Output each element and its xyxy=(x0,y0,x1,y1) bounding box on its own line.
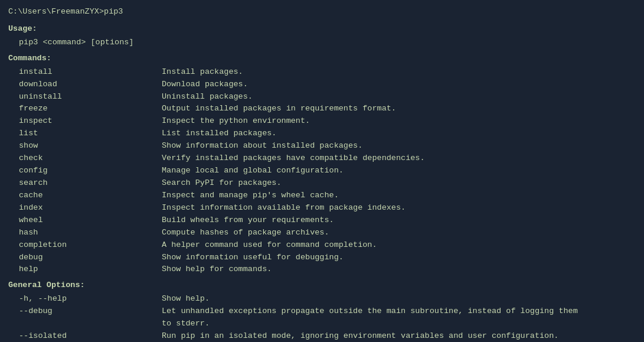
command-desc: Download packages. xyxy=(162,79,636,91)
table-row: showShow information about installed pac… xyxy=(8,140,636,152)
table-row: debugShow information useful for debuggi… xyxy=(8,252,636,264)
table-row: checkVerify installed packages have comp… xyxy=(8,152,636,165)
table-row: helpShow help for commands. xyxy=(8,263,636,276)
option-desc: Show help. xyxy=(162,293,636,305)
command-desc: Show help for commands. xyxy=(162,263,636,276)
option-desc: Let unhandled exceptions propagate outsi… xyxy=(162,305,636,318)
usage-header: Usage: xyxy=(8,23,636,35)
command-desc: Install packages. xyxy=(162,66,636,79)
command-name: freeze xyxy=(8,103,162,115)
table-row: cacheInspect and manage pip's wheel cach… xyxy=(8,190,636,202)
table-row: searchSearch PyPI for packages. xyxy=(8,177,636,190)
command-desc: Build wheels from your requirements. xyxy=(162,214,636,227)
table-row: indexInspect information available from … xyxy=(8,202,636,214)
list-item: -h, --helpShow help. xyxy=(8,293,636,305)
command-desc: Verify installed packages have compatibl… xyxy=(162,152,636,165)
options-list: -h, --helpShow help.--debugLet unhandled… xyxy=(8,293,636,342)
prompt-line: C:\Users\FreemanZYX>pip3 xyxy=(8,6,636,18)
command-desc: Output installed packages in requirement… xyxy=(162,103,636,115)
usage-command: pip3 <command> [options] xyxy=(8,37,636,49)
command-desc: A helper command used for command comple… xyxy=(162,239,636,252)
table-row: downloadDownload packages. xyxy=(8,79,636,91)
option-name: --debug xyxy=(8,305,162,318)
command-desc: Inspect the python environment. xyxy=(162,115,636,128)
command-name: hash xyxy=(8,227,162,239)
command-name: download xyxy=(8,79,162,91)
command-name: help xyxy=(8,263,162,276)
table-row: hashCompute hashes of package archives. xyxy=(8,227,636,239)
command-name: uninstall xyxy=(8,91,162,103)
table-row: configManage local and global configurat… xyxy=(8,165,636,177)
command-name: cache xyxy=(8,190,162,202)
command-name: completion xyxy=(8,239,162,252)
command-desc: Manage local and global configuration. xyxy=(162,165,636,177)
command-name: check xyxy=(8,152,162,165)
command-name: list xyxy=(8,128,162,140)
option-desc-continuation: to stderr. xyxy=(8,318,636,330)
command-desc: Search PyPI for packages. xyxy=(162,177,636,190)
list-item: --debugLet unhandled exceptions propagat… xyxy=(8,305,636,318)
command-desc: Show information about installed package… xyxy=(162,140,636,152)
table-row: uninstallUninstall packages. xyxy=(8,91,636,103)
command-name: wheel xyxy=(8,214,162,227)
command-name: install xyxy=(8,66,162,79)
command-name: search xyxy=(8,177,162,190)
table-row: freezeOutput installed packages in requi… xyxy=(8,103,636,115)
command-name: config xyxy=(8,165,162,177)
command-name: index xyxy=(8,202,162,214)
terminal-window: C:\Users\FreemanZYX>pip3 Usage: pip3 <co… xyxy=(8,6,636,342)
command-desc: List installed packages. xyxy=(162,128,636,140)
command-desc: Show information useful for debugging. xyxy=(162,252,636,264)
command-name: show xyxy=(8,140,162,152)
command-name: debug xyxy=(8,252,162,264)
command-desc: Inspect and manage pip's wheel cache. xyxy=(162,190,636,202)
table-row: inspectInspect the python environment. xyxy=(8,115,636,128)
command-desc: Inspect information available from packa… xyxy=(162,202,636,214)
table-row: listList installed packages. xyxy=(8,128,636,140)
general-options-header: General Options: xyxy=(8,279,636,292)
table-row: completionA helper command used for comm… xyxy=(8,239,636,252)
table-row: wheelBuild wheels from your requirements… xyxy=(8,214,636,227)
list-item: --isolatedRun pip in an isolated mode, i… xyxy=(8,330,636,342)
command-desc: Compute hashes of package archives. xyxy=(162,227,636,239)
option-name: --isolated xyxy=(8,330,162,342)
commands-list: installInstall packages.downloadDownload… xyxy=(8,66,636,276)
option-desc: Run pip in an isolated mode, ignoring en… xyxy=(162,330,636,342)
command-name: inspect xyxy=(8,115,162,128)
command-desc: Uninstall packages. xyxy=(162,91,636,103)
commands-header: Commands: xyxy=(8,53,636,65)
table-row: installInstall packages. xyxy=(8,66,636,79)
option-name: -h, --help xyxy=(8,293,162,305)
